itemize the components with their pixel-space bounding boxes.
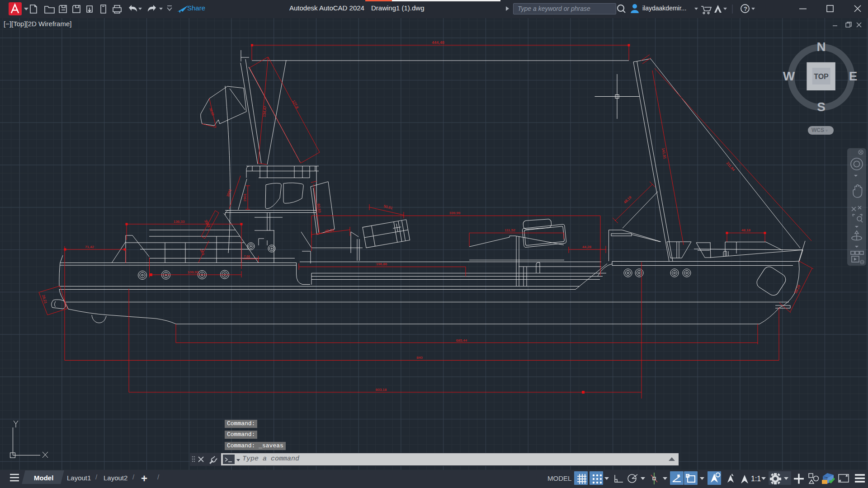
svg-text:840: 840 [416,356,423,360]
svg-text:136,33: 136,33 [174,220,185,224]
svg-text:127,8: 127,8 [292,99,300,109]
svg-text:28,21: 28,21 [41,294,48,304]
svg-text:141,91: 141,91 [661,148,667,160]
svg-text:48,18: 48,18 [741,228,751,232]
svg-text:28,3: 28,3 [199,249,205,255]
svg-text:?: ? [744,5,747,12]
svg-text:603,18: 603,18 [376,388,387,392]
svg-text:N: N [817,40,826,54]
svg-text:339,99: 339,99 [449,211,461,215]
svg-text:211,94: 211,94 [726,161,736,172]
svg-text:196,86: 196,86 [376,262,387,266]
svg-text:39,03: 39,03 [209,108,215,116]
svg-text:444,48: 444,48 [432,40,444,45]
svg-text:S: S [817,100,826,114]
svg-text:W: W [783,69,795,83]
svg-text:111,52: 111,52 [505,228,515,232]
svg-text:E: E [849,69,858,83]
svg-text:109,93: 109,93 [188,270,199,274]
svg-text:3991: 3991 [226,188,232,197]
svg-text:48,19: 48,19 [623,195,632,205]
svg-text:59,29: 59,29 [793,284,801,294]
svg-text:TOP: TOP [814,73,829,80]
svg-text:49,04: 49,04 [325,228,335,234]
svg-text:134,47: 134,47 [262,106,268,117]
svg-text:685,44: 685,44 [456,338,467,343]
svg-text:71,42: 71,42 [85,245,94,249]
svg-text:50,61: 50,61 [383,204,393,210]
svg-text:2901: 2901 [243,193,247,202]
svg-text:1:1: 1:1 [751,475,761,483]
svg-text:44,28: 44,28 [582,245,592,249]
svg-text:7,66: 7,66 [244,255,250,258]
